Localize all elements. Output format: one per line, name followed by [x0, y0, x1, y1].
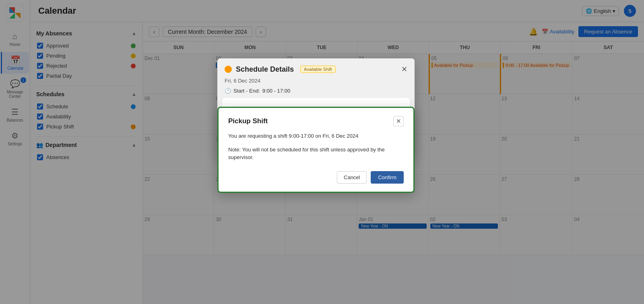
confirm-button[interactable]: Confirm	[371, 171, 404, 184]
pickup-modal-close-button[interactable]: ✕	[393, 116, 404, 126]
clock-icon: 🕐	[225, 88, 231, 94]
time-value: 9:00 - 17:00	[262, 88, 290, 94]
cancel-button[interactable]: Cancel	[337, 171, 367, 184]
pickup-modal-message: You are requesting a shift 9:00-17:00 on…	[228, 132, 404, 140]
available-shift-badge: Available Shift	[300, 66, 336, 73]
schedule-status-dot	[225, 66, 232, 73]
pickup-shift-modal: Pickup Shift ✕ You are requesting a shif…	[217, 107, 415, 193]
schedule-modal-title: Schedule Details	[236, 65, 294, 74]
schedule-modal-date: Fri, 6 Dec 2024	[217, 78, 415, 88]
pickup-modal-title: Pickup Shift	[228, 117, 268, 125]
schedule-modal-close-button[interactable]: ✕	[401, 65, 407, 74]
pickup-modal-note: Note: You will not be scheduled for this…	[228, 146, 404, 161]
pickup-modal-footer: Cancel Confirm	[228, 171, 404, 184]
time-label: Start - End:	[233, 88, 260, 94]
pickup-modal-header: Pickup Shift ✕	[228, 116, 404, 126]
